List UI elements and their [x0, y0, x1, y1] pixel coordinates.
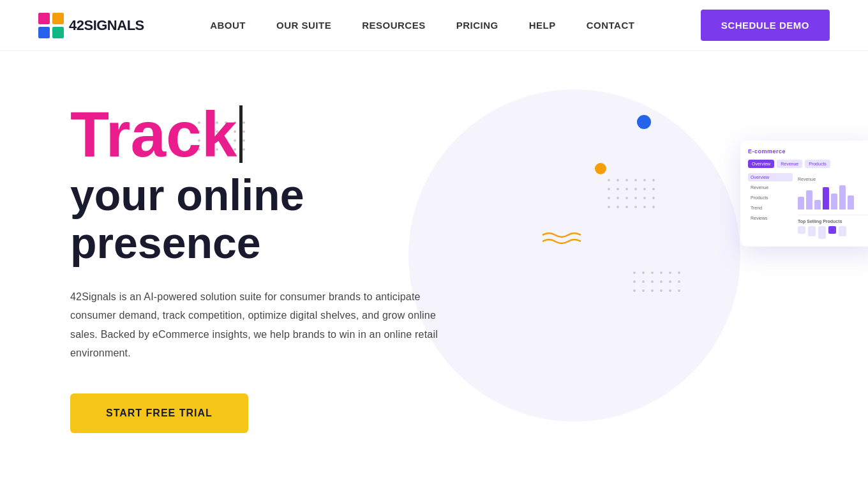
filter-overview: Overview: [748, 160, 774, 168]
nav-item-resources[interactable]: RESOURCES: [362, 20, 426, 31]
nav-links: ABOUT OUR SUITE RESOURCES PRICING HELP C…: [210, 20, 634, 31]
sidebar-reviews: Reviews: [748, 214, 793, 222]
sidebar-revenue: Revenue: [748, 183, 793, 192]
product-bar-4: [828, 226, 836, 234]
logo-link[interactable]: 42SIGNALS: [38, 13, 144, 38]
hero-bg-circle: [408, 89, 740, 422]
revenue-bars: [798, 184, 868, 210]
nav-item-help[interactable]: HELP: [529, 20, 556, 31]
nav-item-our-suite[interactable]: OUR SUITE: [276, 20, 331, 31]
dashboard-top-products: Top Selling Products: [798, 215, 868, 239]
bar-2: [806, 190, 812, 210]
blue-circle-decoration: [637, 115, 651, 129]
dashboard-main-content: Revenue Top Selling Products: [798, 173, 868, 239]
sidebar-overview: Overview: [748, 173, 793, 181]
nav-link-resources[interactable]: RESOURCES: [362, 20, 426, 31]
bar-3: [814, 200, 821, 210]
yellow-circle-decoration: [595, 163, 606, 174]
wavy-lines-decoration: [542, 230, 581, 252]
product-bar-3: [818, 226, 826, 239]
svg-rect-1: [52, 13, 64, 24]
nav-item-contact[interactable]: CONTACT: [587, 20, 635, 31]
nav-link-contact[interactable]: CONTACT: [587, 20, 635, 31]
hero-heading-track: Track: [70, 102, 447, 166]
dots-bottomright: [608, 179, 657, 211]
bar-1: [798, 197, 804, 210]
svg-rect-3: [52, 27, 64, 38]
hero-description: 42Signals is an AI-powered solution suit…: [70, 287, 440, 363]
dashboard-title: E-commerce: [748, 148, 868, 155]
product-bar-5: [839, 226, 846, 236]
nav-link-about[interactable]: ABOUT: [210, 20, 246, 31]
bar-7: [848, 195, 854, 210]
cursor-decoration: [239, 105, 243, 163]
top-products-title: Top Selling Products: [798, 219, 868, 224]
start-free-trial-button[interactable]: START FREE TRIAL: [70, 393, 248, 433]
top-products-bars: [798, 226, 868, 239]
dashboard-sidebar: Overview Revenue Products Trend Reviews: [748, 173, 793, 239]
bar-5: [831, 194, 837, 210]
nav-link-pricing[interactable]: PRICING: [456, 20, 498, 31]
dashboard-filters: Overview Revenue Products: [748, 160, 868, 168]
sidebar-products: Products: [748, 194, 793, 202]
nav-item-about[interactable]: ABOUT: [210, 20, 246, 31]
hero-track-text: Track: [70, 102, 237, 166]
dashboard-mockup: E-commerce Overview Revenue Products Ove…: [740, 141, 868, 247]
hero-heading-sub: your online presence: [70, 171, 447, 267]
bar-4: [823, 187, 829, 210]
hero-content: Track your online presence 42Signals is …: [0, 51, 447, 433]
sidebar-trend: Trend: [748, 204, 793, 212]
navbar: 42SIGNALS ABOUT OUR SUITE RESOURCES PRIC…: [0, 0, 868, 51]
product-bar-1: [798, 226, 805, 234]
nav-item-pricing[interactable]: PRICING: [456, 20, 498, 31]
svg-rect-0: [38, 13, 50, 24]
svg-rect-2: [38, 27, 50, 38]
logo-icon: [38, 13, 64, 38]
nav-link-help[interactable]: HELP: [529, 20, 556, 31]
revenue-label: Revenue: [798, 177, 868, 181]
logo-text: 42SIGNALS: [69, 17, 144, 34]
product-bar-2: [808, 226, 816, 236]
dashboard-revenue-section: Revenue: [798, 177, 868, 210]
dots-midright: [633, 271, 683, 303]
filter-revenue: Revenue: [777, 160, 802, 168]
schedule-demo-button[interactable]: SCHEDULE DEMO: [701, 10, 830, 41]
nav-link-our-suite[interactable]: OUR SUITE: [276, 20, 331, 31]
hero-section: E-commerce Overview Revenue Products Ove…: [0, 51, 868, 488]
dashboard-content: Overview Revenue Products Trend Reviews …: [748, 173, 868, 239]
bar-6: [839, 185, 846, 210]
filter-products: Products: [805, 160, 830, 168]
